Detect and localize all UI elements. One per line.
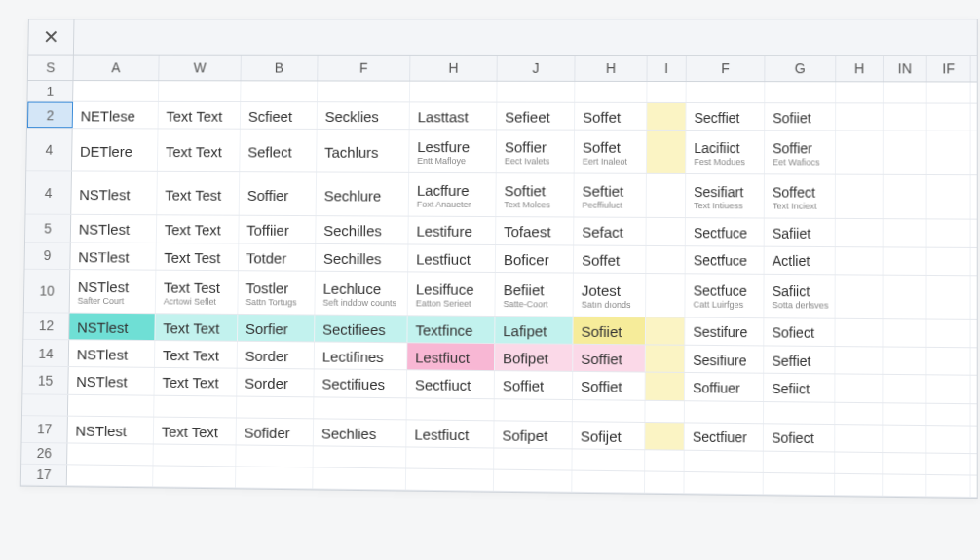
cell[interactable] xyxy=(153,466,236,487)
row-header[interactable] xyxy=(22,394,68,415)
cell[interactable]: Textfince xyxy=(407,316,495,343)
cell[interactable]: Sectfuce xyxy=(686,246,765,274)
cell[interactable]: Secffiet xyxy=(686,103,765,130)
cell[interactable]: Sofiect xyxy=(764,424,835,451)
cell[interactable]: NSTlest xyxy=(69,313,156,340)
row-header[interactable]: 10 xyxy=(24,270,71,313)
cell[interactable] xyxy=(926,319,970,347)
cell[interactable]: Seflect xyxy=(240,130,317,172)
cell[interactable] xyxy=(572,449,645,470)
col-header[interactable]: W xyxy=(159,56,242,81)
cell[interactable]: Lestfiuct xyxy=(408,244,496,272)
cell[interactable] xyxy=(575,82,647,102)
cell[interactable] xyxy=(572,470,645,492)
cell[interactable] xyxy=(926,453,970,474)
cell[interactable] xyxy=(835,425,883,452)
cell[interactable]: Text Text xyxy=(155,341,238,368)
cell[interactable]: Sectfuce xyxy=(686,218,765,245)
cell[interactable]: SoffectText Inciext xyxy=(765,175,836,219)
cell[interactable]: NSTlest xyxy=(71,215,157,242)
cell[interactable]: Text Text xyxy=(154,417,237,444)
cell[interactable]: SesifiartText Intiuess xyxy=(686,174,765,218)
cell[interactable] xyxy=(645,400,685,422)
cell[interactable] xyxy=(645,471,685,493)
col-header[interactable]: J xyxy=(498,56,576,81)
cell[interactable] xyxy=(318,81,410,101)
row-header[interactable]: 5 xyxy=(25,215,71,242)
cell[interactable]: Soffiet xyxy=(495,371,573,398)
cell[interactable] xyxy=(236,467,314,488)
cell[interactable]: Sechilles xyxy=(316,216,408,243)
cell[interactable] xyxy=(646,373,686,400)
cell[interactable] xyxy=(927,247,971,275)
cell[interactable] xyxy=(835,375,883,402)
cell[interactable] xyxy=(159,81,242,101)
col-header[interactable]: H xyxy=(410,56,498,81)
cell[interactable]: NSTlest xyxy=(70,243,156,269)
cell[interactable]: JotestSatın dıonds xyxy=(574,273,647,317)
cell[interactable]: Lectifines xyxy=(315,342,408,369)
cell[interactable]: Sectifiees xyxy=(315,315,408,342)
cell[interactable]: Soffiet xyxy=(573,372,646,399)
cell[interactable] xyxy=(314,446,407,467)
cell[interactable] xyxy=(67,465,154,486)
cell[interactable] xyxy=(836,219,884,246)
close-icon[interactable]: ✕ xyxy=(28,19,74,54)
col-header[interactable]: I xyxy=(648,56,687,81)
cell[interactable] xyxy=(835,452,883,473)
cell[interactable] xyxy=(926,426,970,453)
cell[interactable] xyxy=(836,247,884,275)
cell[interactable]: Soffier xyxy=(240,172,317,215)
cell[interactable] xyxy=(926,475,970,497)
cell[interactable]: NSTlest xyxy=(68,367,155,394)
cell[interactable]: Text Text xyxy=(157,216,240,243)
cell[interactable] xyxy=(646,274,686,317)
cell[interactable] xyxy=(884,103,927,130)
cell[interactable]: Sesifiure xyxy=(685,346,764,373)
cell[interactable] xyxy=(883,375,926,402)
cell[interactable] xyxy=(684,472,763,494)
cell[interactable]: Lestfiuct xyxy=(406,420,494,447)
select-all-corner[interactable]: S xyxy=(28,56,74,81)
row-header[interactable]: 9 xyxy=(25,243,71,269)
cell[interactable]: Sectfiuct xyxy=(407,371,495,398)
cell[interactable]: SoffierEet Wafiocs xyxy=(765,131,836,173)
cell[interactable]: Lasttast xyxy=(410,102,498,129)
cell[interactable]: Lafipet xyxy=(495,317,573,344)
cell[interactable]: Secklies xyxy=(318,102,410,129)
cell[interactable]: Sofider xyxy=(237,418,315,445)
col-header[interactable]: F xyxy=(687,56,766,81)
row-header[interactable]: 14 xyxy=(23,340,69,366)
cell[interactable]: Text TestAcrtowi Seflet xyxy=(156,270,239,313)
cell[interactable]: Totder xyxy=(239,243,316,271)
cell[interactable] xyxy=(647,218,686,245)
cell[interactable] xyxy=(835,402,883,424)
cell[interactable] xyxy=(926,276,970,319)
cell[interactable] xyxy=(67,443,154,465)
cell[interactable]: SoffierEect Ivalets xyxy=(497,131,575,173)
cell[interactable]: SoftietText Molces xyxy=(496,173,574,216)
cell[interactable] xyxy=(237,396,314,418)
cell[interactable]: TostlerSattn Tortugs xyxy=(238,271,316,314)
cell[interactable]: LacifiictFest Modues xyxy=(686,131,765,173)
cell[interactable]: Safiiet xyxy=(765,219,836,246)
row-header[interactable]: 15 xyxy=(22,367,68,393)
cell[interactable] xyxy=(410,82,498,102)
cell[interactable] xyxy=(836,275,884,318)
cell[interactable] xyxy=(406,447,494,468)
cell[interactable]: LacffureFoxt Anaueter xyxy=(409,173,497,216)
col-header[interactable]: A xyxy=(73,56,159,81)
cell[interactable]: Sectfiuer xyxy=(685,423,764,450)
cell[interactable]: Seffiet xyxy=(764,346,835,373)
cell[interactable]: Text Text xyxy=(155,368,238,395)
cell[interactable]: Text Test xyxy=(157,172,240,215)
cell[interactable]: Sechlies xyxy=(314,419,407,446)
cell[interactable] xyxy=(647,82,686,102)
cell[interactable] xyxy=(73,81,159,101)
cell[interactable] xyxy=(883,425,926,452)
cell[interactable]: Text Text xyxy=(155,314,238,341)
cell[interactable]: Text Test xyxy=(156,243,239,270)
cell[interactable] xyxy=(926,376,970,403)
cell[interactable]: Sorder xyxy=(238,342,315,369)
cell[interactable]: Sechlure xyxy=(317,173,410,216)
